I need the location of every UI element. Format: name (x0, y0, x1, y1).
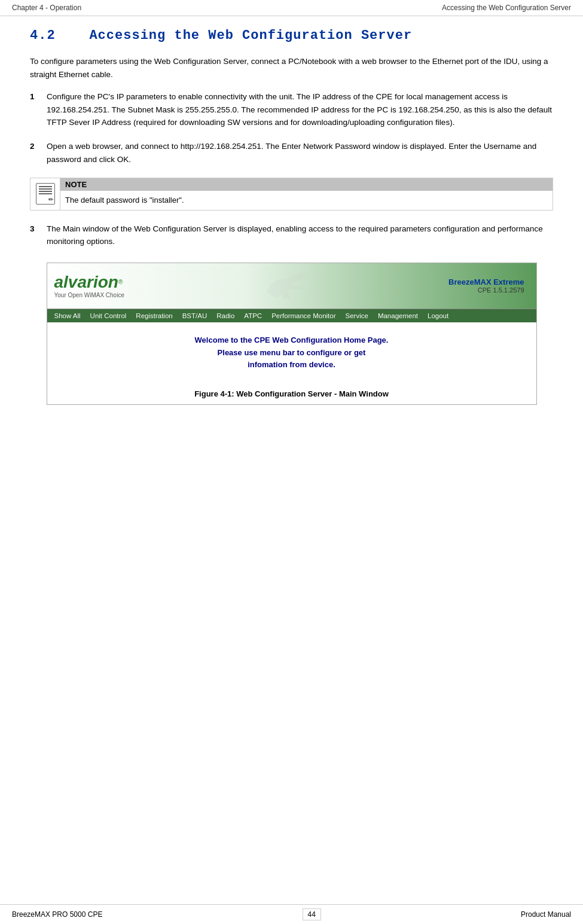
nav-item-radio[interactable]: Radio (212, 309, 239, 322)
step-2-number: 2 (30, 140, 47, 166)
breezemax-version: CPE 1.5.1.2579 (448, 286, 524, 294)
bird-area (124, 268, 448, 304)
step-2-text: Open a web browser, and connect to http:… (47, 140, 553, 166)
nav-item-unit-control[interactable]: Unit Control (86, 309, 132, 322)
figure-caption: Figure 4-1: Web Configuration Server - M… (47, 383, 536, 404)
page-header: Chapter 4 - Operation Accessing the Web … (0, 0, 583, 16)
breezemax-title: BreezeMAX Extreme (448, 277, 524, 286)
step-3-number: 3 (30, 222, 47, 248)
nav-item-performance-monitor[interactable]: Performance Monitor (267, 309, 340, 322)
nav-item-management[interactable]: Management (373, 309, 423, 322)
nav-item-service[interactable]: Service (341, 309, 373, 322)
footer-left: BreezeMAX PRO 5000 CPE (12, 910, 102, 919)
step-2: 2 Open a web browser, and connect to htt… (30, 140, 553, 166)
web-ui: alvarion® Your Open WiMAX Choice BreezeM… (47, 263, 536, 383)
note-box: NOTE The default password is "installer"… (30, 178, 553, 211)
nav-item-bst/au[interactable]: BST/AU (178, 309, 212, 322)
figure-container: alvarion® Your Open WiMAX Choice BreezeM… (47, 263, 537, 405)
main-content: 4.2 Accessing the Web Configuration Serv… (0, 16, 583, 431)
nav-item-atpc[interactable]: ATPC (239, 309, 267, 322)
step-3-text: The Main window of the Web Configuration… (47, 222, 553, 248)
web-ui-nav: Show AllUnit ControlRegistrationBST/AURa… (47, 309, 536, 322)
footer-right: Product Manual (521, 910, 571, 919)
note-content: NOTE The default password is "installer"… (60, 178, 553, 210)
note-body-text: The default password is "installer". (60, 191, 553, 210)
nav-item-registration[interactable]: Registration (131, 309, 177, 322)
note-icon-area (30, 178, 60, 210)
web-ui-welcome: Welcome to the CPE Web Configuration Hom… (59, 334, 524, 371)
step-1-text: Configure the PC's IP parameters to enab… (47, 90, 553, 129)
step-3: 3 The Main window of the Web Configurati… (30, 222, 553, 248)
alvarion-logo-text: alvarion® (54, 273, 123, 292)
web-ui-body: Welcome to the CPE Web Configuration Hom… (47, 322, 536, 383)
breezemax-info: BreezeMAX Extreme CPE 1.5.1.2579 (448, 277, 529, 294)
header-left: Chapter 4 - Operation (12, 4, 81, 12)
bird-silhouette-icon (262, 268, 310, 304)
section-title: 4.2 Accessing the Web Configuration Serv… (30, 28, 553, 43)
step-1-number: 1 (30, 90, 47, 129)
note-icon (36, 183, 55, 205)
step-1: 1 Configure the PC's IP parameters to en… (30, 90, 553, 129)
alvarion-logo: alvarion® Your Open WiMAX Choice (54, 273, 124, 298)
nav-item-show-all[interactable]: Show All (50, 309, 86, 322)
alvarion-tagline: Your Open WiMAX Choice (54, 292, 124, 298)
page-footer: BreezeMAX PRO 5000 CPE 44 Product Manual (0, 904, 583, 924)
nav-item-logout[interactable]: Logout (423, 309, 453, 322)
footer-page-number: 44 (303, 908, 321, 920)
intro-paragraph: To configure parameters using the Web Co… (30, 55, 553, 81)
web-ui-header: alvarion® Your Open WiMAX Choice BreezeM… (47, 263, 536, 309)
header-right: Accessing the Web Configuration Server (442, 4, 571, 12)
note-header-label: NOTE (60, 178, 553, 191)
